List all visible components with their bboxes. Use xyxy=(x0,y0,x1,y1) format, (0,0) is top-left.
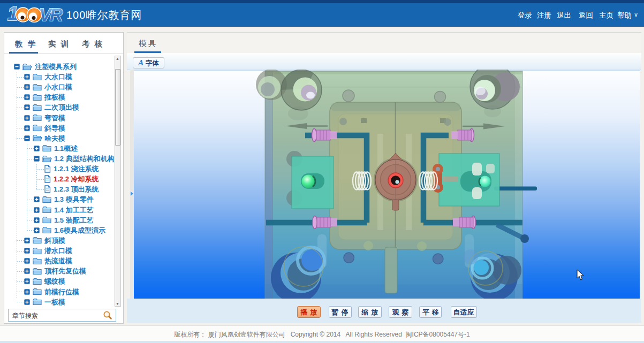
svg-text:VR: VR xyxy=(39,4,63,25)
